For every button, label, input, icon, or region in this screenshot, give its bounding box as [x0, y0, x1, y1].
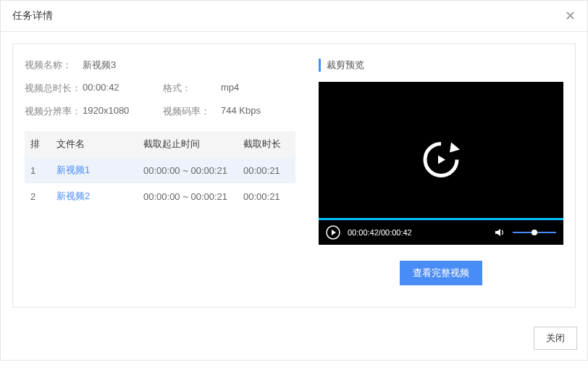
play-button[interactable]: [326, 225, 340, 240]
preview-title: 裁剪预览: [319, 59, 563, 72]
cell-filename: 新视频2: [51, 183, 138, 209]
task-detail-modal: 任务详情 ✕ 视频名称： 新视频3 视频总时长： 00:00:42 格式： mp…: [0, 0, 588, 361]
format-label: 格式：: [163, 82, 215, 95]
modal-footer: 关闭: [1, 319, 587, 360]
col-timerange: 截取起止时间: [138, 131, 238, 157]
close-button[interactable]: 关闭: [534, 327, 577, 350]
clips-table: 排 文件名 截取起止时间 截取时长 1新视频100:00:00 ~ 00:00:…: [25, 131, 295, 209]
cell-timerange: 00:00:00 ~ 00:00:21: [138, 157, 238, 183]
volume-slider[interactable]: [513, 232, 556, 233]
modal-title: 任务详情: [12, 9, 53, 22]
cell-index: 2: [25, 183, 51, 209]
resolution-label: 视频分辨率：: [25, 105, 77, 118]
close-icon[interactable]: ✕: [565, 8, 576, 24]
player-controls: 00:00:42/00:00:42: [319, 220, 563, 245]
table-row[interactable]: 2新视频200:00:00 ~ 00:00:2100:00:21: [25, 183, 295, 209]
name-label: 视频名称：: [25, 59, 77, 72]
duration-value: 00:00:42: [83, 82, 157, 95]
video-player[interactable]: 00:00:42/00:00:42: [319, 82, 563, 245]
video-info: 视频名称： 新视频3 视频总时长： 00:00:42 格式： mp4 视频分辨率…: [25, 59, 295, 118]
cell-filename: 新视频1: [51, 157, 138, 183]
time-display: 00:00:42/00:00:42: [348, 228, 412, 237]
view-full-video-button[interactable]: 查看完整视频: [400, 261, 482, 285]
right-column: 裁剪预览 00:: [307, 44, 575, 307]
cell-timerange: 00:00:00 ~ 00:00:21: [138, 183, 238, 209]
name-value: 新视频3: [83, 59, 295, 72]
col-filename: 文件名: [51, 131, 138, 157]
current-time: 00:00:42: [348, 228, 379, 237]
cell-length: 00:00:21: [238, 183, 295, 209]
volume-thumb[interactable]: [532, 230, 537, 235]
table-row[interactable]: 1新视频100:00:00 ~ 00:00:2100:00:21: [25, 157, 295, 183]
bitrate-value: 744 Kbps: [221, 105, 295, 118]
modal-body: 视频名称： 新视频3 视频总时长： 00:00:42 格式： mp4 视频分辨率…: [1, 32, 587, 319]
duration-label: 视频总时长：: [25, 82, 77, 95]
replay-icon[interactable]: [421, 139, 461, 180]
volume-icon[interactable]: [494, 227, 505, 238]
bitrate-label: 视频码率：: [163, 105, 215, 118]
cell-length: 00:00:21: [238, 157, 295, 183]
format-value: mp4: [221, 82, 295, 95]
col-length: 截取时长: [238, 131, 295, 157]
filename-link[interactable]: 新视频1: [56, 164, 90, 175]
col-index: 排: [25, 131, 51, 157]
modal-header: 任务详情 ✕: [1, 1, 587, 32]
total-time: 00:00:42: [381, 228, 412, 237]
cell-index: 1: [25, 157, 51, 183]
table-header-row: 排 文件名 截取起止时间 截取时长: [25, 131, 295, 157]
content-panel: 视频名称： 新视频3 视频总时长： 00:00:42 格式： mp4 视频分辨率…: [12, 43, 576, 308]
resolution-value: 1920x1080: [83, 105, 157, 118]
left-column: 视频名称： 新视频3 视频总时长： 00:00:42 格式： mp4 视频分辨率…: [13, 44, 307, 307]
filename-link[interactable]: 新视频2: [56, 190, 90, 201]
